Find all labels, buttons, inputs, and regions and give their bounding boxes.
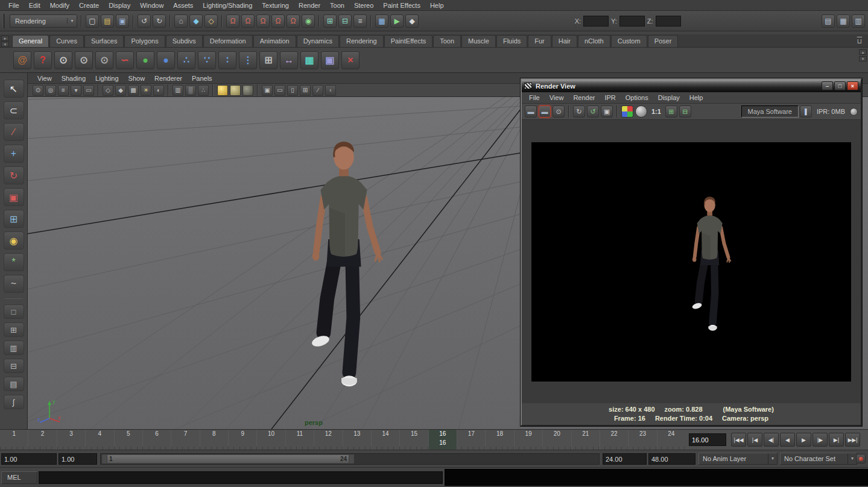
panel-menu-renderer[interactable]: Renderer [150, 74, 187, 83]
shelf-tab-rendering[interactable]: Rendering [340, 35, 384, 47]
range-slider-handle[interactable]: 1 24 [102, 454, 354, 463]
joint-chain-icon[interactable]: ∶ [218, 51, 236, 69]
tool-settings-icon[interactable]: ▦ [837, 14, 850, 28]
panel-menu-show[interactable]: Show [124, 74, 150, 83]
share-view-icon[interactable]: ‹ [325, 85, 336, 96]
scale-tool-icon[interactable]: ▣ [4, 188, 24, 206]
shelf-tab-ncloth[interactable]: nCloth [578, 35, 610, 47]
frame-15[interactable]: 15 [399, 430, 428, 450]
no-lights-icon[interactable] [242, 85, 253, 96]
open-scene-icon[interactable]: ▤ [101, 14, 114, 28]
frame-16[interactable]: 1616 [428, 430, 457, 450]
construction-history-icon[interactable]: ≡ [353, 14, 367, 28]
render-region-icon[interactable]: ▣ [601, 105, 613, 118]
shelf-tab-surfaces[interactable]: Surfaces [84, 35, 124, 47]
frame-5[interactable]: 5 [114, 430, 142, 450]
rv-menu-help[interactable]: Help [685, 93, 708, 102]
shadows-mode-icon[interactable]: ◐ [153, 85, 164, 96]
snap-to-point-icon[interactable]: Ω [256, 14, 270, 28]
shelf-tab-deformation[interactable]: Deformation [203, 35, 253, 47]
menu-paint-effects[interactable]: Paint Effects [378, 1, 425, 10]
shaded-mode-icon[interactable]: ◆ [115, 85, 126, 96]
frame-11[interactable]: 11 [285, 430, 314, 450]
command-input[interactable] [39, 471, 443, 484]
auto-keyframe-toggle[interactable] [856, 454, 866, 463]
zoom-ratio-button[interactable]: 1:1 [648, 108, 664, 115]
frame-6[interactable]: 6 [142, 430, 171, 450]
select-by-hierarchy-icon[interactable]: ⌂ [174, 14, 188, 28]
menu-stereo[interactable]: Stereo [349, 1, 378, 10]
refresh-ipr-image-icon[interactable]: ↺ [587, 105, 599, 118]
grease-pencil-icon[interactable]: ∕ [312, 85, 323, 96]
hypergraph-icon[interactable]: ⊞ [259, 51, 277, 69]
select-camera-icon[interactable]: ⊙ [33, 85, 43, 96]
shelf-tab-curves[interactable]: Curves [49, 35, 84, 47]
x-ray-mode-icon[interactable]: ▒ [185, 85, 196, 96]
shelf-tab-fur[interactable]: Fur [528, 35, 551, 47]
output-connections-icon[interactable]: ⊟ [338, 14, 352, 28]
menu-set-dropdown[interactable]: Rendering ▾ [10, 14, 77, 28]
shelf-scroll-down-icon[interactable]: ▾ [859, 56, 867, 61]
last-tool-used-icon[interactable]: ~ [4, 275, 24, 293]
step-forward-key-icon[interactable]: ▶| [829, 433, 844, 447]
current-time-field[interactable] [689, 433, 726, 446]
character-set-dropdown[interactable]: No Character Set ▾ [780, 453, 857, 465]
x-ray-joints-icon[interactable]: ∴ [198, 85, 209, 96]
camera-icon[interactable]: ⊙ [54, 51, 72, 69]
rv-menu-display[interactable]: Display [653, 93, 685, 102]
window-titlebar[interactable]: Render View – □ × [522, 80, 861, 92]
render-current-frame-icon[interactable]: ▬ [525, 105, 537, 118]
camera-aim-icon[interactable]: ⊙ [75, 51, 93, 69]
snap-to-grid-icon[interactable]: Ω [226, 14, 239, 28]
frame-3[interactable]: 3 [57, 430, 85, 450]
rgb-channels-icon[interactable] [621, 105, 633, 118]
menu-assets[interactable]: Assets [168, 1, 198, 10]
toolbar-grip[interactable] [3, 14, 7, 28]
move-tool-icon[interactable]: + [4, 145, 24, 163]
menu-window[interactable]: Window [135, 1, 168, 10]
shelf-tab-custom[interactable]: Custom [611, 35, 647, 47]
shelf-tab-painteffects[interactable]: PaintEffects [384, 35, 433, 47]
y-input[interactable] [619, 16, 645, 27]
playback-end-field[interactable] [603, 453, 647, 465]
menu-edit[interactable]: Edit [24, 1, 45, 10]
step-forward-frame-icon[interactable]: |▶ [813, 433, 828, 447]
shelf-menu-icon[interactable]: ▸ [1, 36, 9, 41]
shelf-options-icon[interactable]: ▾ [1, 42, 9, 47]
snap-to-curve-icon[interactable]: Ω [241, 14, 255, 28]
play-forwards-icon[interactable]: ▶ [796, 433, 811, 447]
soft-modification-tool-icon[interactable]: ◉ [4, 231, 24, 250]
redo-previous-render-icon[interactable]: ↻ [573, 105, 585, 118]
remove-image-icon[interactable]: ⊟ [679, 105, 691, 118]
layout-single-pane-icon[interactable]: □ [4, 304, 24, 319]
shelf-tab-hair[interactable]: Hair [552, 35, 577, 47]
lasso-select-tool-icon[interactable]: ⊂ [4, 101, 24, 119]
command-language-toggle[interactable]: MEL [1, 471, 37, 484]
select-tool-icon[interactable]: ↖ [4, 80, 24, 98]
shelf-tab-muscle[interactable]: Muscle [461, 35, 496, 47]
wireframe-mode-icon[interactable]: ◇ [103, 85, 113, 96]
two-lights-icon[interactable] [230, 85, 241, 96]
menu-render[interactable]: Render [294, 1, 325, 10]
universal-manipulator-icon[interactable]: ⊞ [4, 210, 24, 228]
keep-image-icon[interactable]: ⊞ [665, 105, 677, 118]
animation-end-field[interactable] [648, 453, 695, 465]
layout-persp-outliner-icon[interactable]: ▥ [4, 341, 24, 355]
rv-menu-render[interactable]: Render [568, 93, 600, 102]
rv-menu-options[interactable]: Options [621, 93, 653, 102]
frame-2[interactable]: 2 [28, 430, 56, 450]
render-view-window[interactable]: Render View – □ × FileViewRenderIPROptio… [521, 78, 862, 426]
z-input[interactable] [656, 16, 681, 27]
frame-24[interactable]: 24 [657, 430, 685, 450]
renderer-dropdown[interactable]: Maya Software [741, 105, 799, 118]
ik-spline-icon[interactable]: ⋮ [239, 51, 257, 69]
frame-13[interactable]: 13 [343, 430, 371, 450]
snap-to-projected-center-icon[interactable]: Ω [271, 14, 285, 28]
frame-21[interactable]: 21 [571, 430, 600, 450]
help-icon[interactable]: ? [34, 51, 52, 69]
range-slider-track[interactable]: 1 24 [100, 453, 600, 465]
menu-create[interactable]: Create [74, 1, 104, 10]
gate-mask-icon[interactable]: ▯ [287, 85, 298, 96]
go-to-start-icon[interactable]: |◀◀ [731, 433, 746, 447]
frame-22[interactable]: 22 [600, 430, 628, 450]
